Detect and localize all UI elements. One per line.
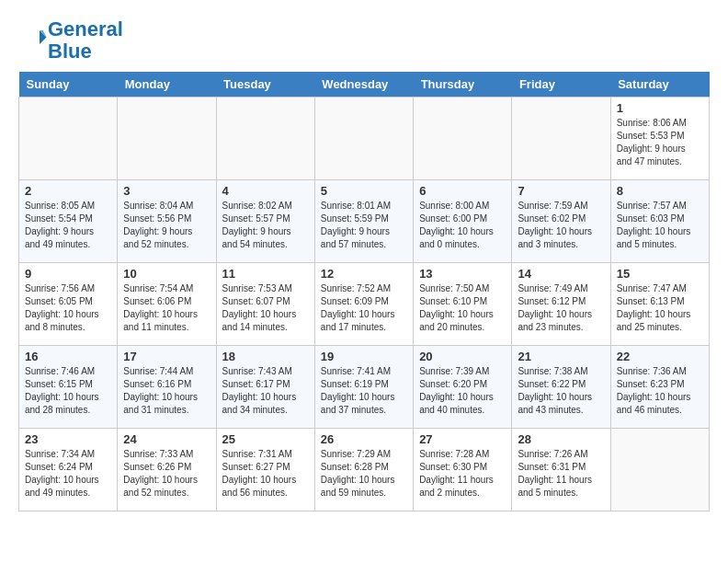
day-number: 13: [419, 267, 506, 281]
day-number: 19: [321, 350, 407, 363]
day-number: 22: [617, 350, 703, 363]
day-number: 28: [518, 432, 604, 446]
week-row-4: 16Sunrise: 7:46 AM Sunset: 6:15 PM Dayli…: [19, 346, 710, 429]
day-cell: 16Sunrise: 7:46 AM Sunset: 6:15 PM Dayli…: [19, 346, 118, 429]
day-cell: 4Sunrise: 8:02 AM Sunset: 5:57 PM Daylig…: [216, 180, 314, 263]
day-number: 18: [222, 350, 309, 363]
day-cell: 2Sunrise: 8:05 AM Sunset: 5:54 PM Daylig…: [19, 180, 118, 263]
week-row-2: 2Sunrise: 8:05 AM Sunset: 5:54 PM Daylig…: [19, 180, 710, 263]
day-cell: 18Sunrise: 7:43 AM Sunset: 6:17 PM Dayli…: [216, 346, 314, 429]
calendar-table: SundayMondayTuesdayWednesdayThursdayFrid…: [18, 72, 710, 511]
day-cell: 25Sunrise: 7:31 AM Sunset: 6:27 PM Dayli…: [216, 429, 314, 511]
day-number: 4: [222, 184, 309, 198]
day-cell: 12Sunrise: 7:52 AM Sunset: 6:09 PM Dayli…: [314, 263, 413, 346]
day-number: 15: [617, 267, 703, 281]
day-number: 27: [419, 432, 506, 446]
day-header-tuesday: Tuesday: [216, 72, 314, 98]
day-cell: 28Sunrise: 7:26 AM Sunset: 6:31 PM Dayli…: [512, 429, 610, 511]
day-number: 7: [518, 184, 604, 198]
day-number: 9: [25, 267, 111, 281]
day-cell: 8Sunrise: 7:57 AM Sunset: 6:03 PM Daylig…: [610, 180, 709, 263]
day-info: Sunrise: 7:31 AM Sunset: 6:27 PM Dayligh…: [222, 448, 309, 500]
day-info: Sunrise: 7:54 AM Sunset: 6:06 PM Dayligh…: [123, 282, 210, 334]
day-header-monday: Monday: [118, 72, 216, 98]
week-row-1: 1Sunrise: 8:06 AM Sunset: 5:53 PM Daylig…: [19, 98, 710, 180]
day-info: Sunrise: 8:01 AM Sunset: 5:59 PM Dayligh…: [321, 200, 407, 251]
day-cell: 6Sunrise: 8:00 AM Sunset: 6:00 PM Daylig…: [414, 180, 512, 263]
day-cell: 27Sunrise: 7:28 AM Sunset: 6:30 PM Dayli…: [414, 429, 512, 511]
day-cell: 14Sunrise: 7:49 AM Sunset: 6:12 PM Dayli…: [512, 263, 610, 346]
day-info: Sunrise: 7:38 AM Sunset: 6:22 PM Dayligh…: [518, 365, 604, 417]
day-cell: 26Sunrise: 7:29 AM Sunset: 6:28 PM Dayli…: [314, 429, 413, 511]
day-number: 24: [123, 432, 210, 446]
day-cell: 23Sunrise: 7:34 AM Sunset: 6:24 PM Dayli…: [19, 429, 118, 511]
day-number: 1: [617, 101, 703, 115]
day-number: 16: [25, 350, 111, 363]
day-cell: 19Sunrise: 7:41 AM Sunset: 6:19 PM Dayli…: [314, 346, 413, 429]
day-cell: 11Sunrise: 7:53 AM Sunset: 6:07 PM Dayli…: [216, 263, 314, 346]
day-cell: 10Sunrise: 7:54 AM Sunset: 6:06 PM Dayli…: [118, 263, 216, 346]
day-info: Sunrise: 8:05 AM Sunset: 5:54 PM Dayligh…: [25, 200, 111, 251]
day-info: Sunrise: 8:02 AM Sunset: 5:57 PM Dayligh…: [222, 200, 309, 251]
day-number: 10: [123, 267, 210, 281]
day-info: Sunrise: 7:46 AM Sunset: 6:15 PM Dayligh…: [25, 365, 111, 417]
logo-icon: [20, 25, 48, 52]
day-cell: 1Sunrise: 8:06 AM Sunset: 5:53 PM Daylig…: [610, 98, 709, 180]
day-info: Sunrise: 7:52 AM Sunset: 6:09 PM Dayligh…: [321, 282, 407, 334]
day-cell: 24Sunrise: 7:33 AM Sunset: 6:26 PM Dayli…: [118, 429, 216, 511]
header-row: SundayMondayTuesdayWednesdayThursdayFrid…: [19, 72, 710, 98]
day-info: Sunrise: 8:04 AM Sunset: 5:56 PM Dayligh…: [123, 200, 210, 251]
day-info: Sunrise: 7:28 AM Sunset: 6:30 PM Dayligh…: [419, 448, 506, 500]
day-info: Sunrise: 7:53 AM Sunset: 6:07 PM Dayligh…: [222, 282, 309, 334]
day-header-friday: Friday: [512, 72, 610, 98]
day-cell: [216, 98, 314, 180]
day-info: Sunrise: 7:36 AM Sunset: 6:23 PM Dayligh…: [617, 365, 703, 417]
day-cell: 21Sunrise: 7:38 AM Sunset: 6:22 PM Dayli…: [512, 346, 610, 429]
day-cell: [610, 429, 709, 511]
logo: General Blue: [18, 18, 123, 63]
day-info: Sunrise: 7:34 AM Sunset: 6:24 PM Dayligh…: [25, 448, 111, 500]
day-number: 2: [25, 184, 111, 198]
day-info: Sunrise: 7:59 AM Sunset: 6:02 PM Dayligh…: [518, 200, 604, 251]
day-info: Sunrise: 8:00 AM Sunset: 6:00 PM Dayligh…: [419, 200, 506, 251]
day-number: 6: [419, 184, 506, 198]
day-info: Sunrise: 7:33 AM Sunset: 6:26 PM Dayligh…: [123, 448, 210, 500]
week-row-3: 9Sunrise: 7:56 AM Sunset: 6:05 PM Daylig…: [19, 263, 710, 346]
day-cell: 20Sunrise: 7:39 AM Sunset: 6:20 PM Dayli…: [414, 346, 512, 429]
day-header-thursday: Thursday: [414, 72, 512, 98]
day-cell: [118, 98, 216, 180]
day-header-saturday: Saturday: [610, 72, 709, 98]
day-info: Sunrise: 7:43 AM Sunset: 6:17 PM Dayligh…: [222, 365, 309, 417]
day-info: Sunrise: 7:50 AM Sunset: 6:10 PM Dayligh…: [419, 282, 506, 334]
day-cell: 17Sunrise: 7:44 AM Sunset: 6:16 PM Dayli…: [118, 346, 216, 429]
day-cell: [512, 98, 610, 180]
day-number: 11: [222, 267, 309, 281]
page-header: General Blue: [18, 18, 710, 63]
day-number: 26: [321, 432, 407, 446]
logo-text: General Blue: [48, 18, 123, 63]
day-header-wednesday: Wednesday: [314, 72, 413, 98]
day-cell: [19, 98, 118, 180]
day-cell: 3Sunrise: 8:04 AM Sunset: 5:56 PM Daylig…: [118, 180, 216, 263]
day-info: Sunrise: 7:57 AM Sunset: 6:03 PM Dayligh…: [617, 200, 703, 251]
day-number: 12: [321, 267, 407, 281]
day-cell: 9Sunrise: 7:56 AM Sunset: 6:05 PM Daylig…: [19, 263, 118, 346]
week-row-5: 23Sunrise: 7:34 AM Sunset: 6:24 PM Dayli…: [19, 429, 710, 511]
day-info: Sunrise: 7:47 AM Sunset: 6:13 PM Dayligh…: [617, 282, 703, 334]
day-cell: [314, 98, 413, 180]
day-info: Sunrise: 7:56 AM Sunset: 6:05 PM Dayligh…: [25, 282, 111, 334]
day-info: Sunrise: 7:39 AM Sunset: 6:20 PM Dayligh…: [419, 365, 506, 417]
day-info: Sunrise: 7:41 AM Sunset: 6:19 PM Dayligh…: [321, 365, 407, 417]
day-cell: 13Sunrise: 7:50 AM Sunset: 6:10 PM Dayli…: [414, 263, 512, 346]
day-info: Sunrise: 7:44 AM Sunset: 6:16 PM Dayligh…: [123, 365, 210, 417]
day-number: 8: [617, 184, 703, 198]
day-cell: 5Sunrise: 8:01 AM Sunset: 5:59 PM Daylig…: [314, 180, 413, 263]
day-number: 25: [222, 432, 309, 446]
day-number: 20: [419, 350, 506, 363]
day-number: 5: [321, 184, 407, 198]
day-info: Sunrise: 8:06 AM Sunset: 5:53 PM Dayligh…: [617, 117, 703, 168]
day-number: 3: [123, 184, 210, 198]
day-number: 14: [518, 267, 604, 281]
day-cell: 7Sunrise: 7:59 AM Sunset: 6:02 PM Daylig…: [512, 180, 610, 263]
day-number: 21: [518, 350, 604, 363]
